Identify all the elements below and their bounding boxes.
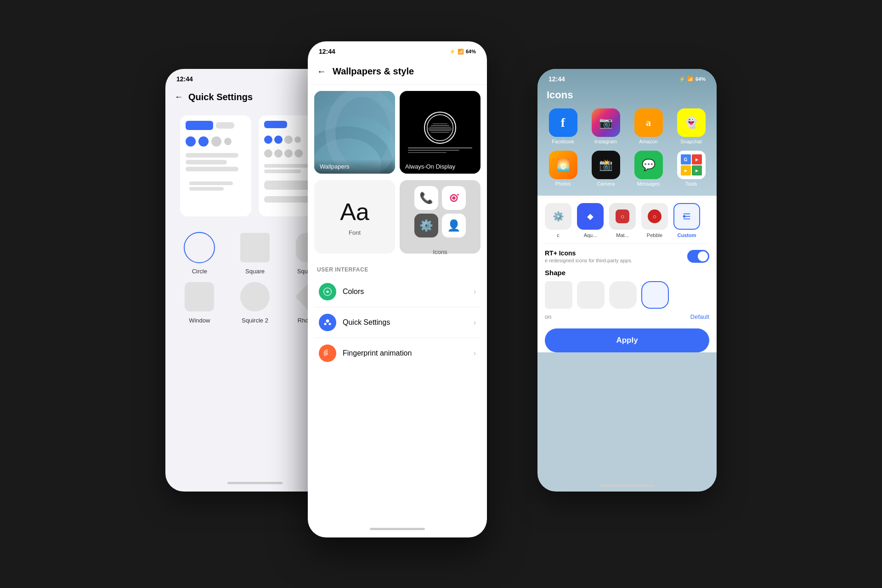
center-bluetooth-icon: ⚡	[449, 49, 456, 55]
app-item-amazon[interactable]: a Amazon	[630, 108, 667, 144]
toggle-knob	[698, 251, 708, 261]
shape-item-square[interactable]: Square	[230, 231, 280, 275]
center-back-arrow[interactable]: ←	[317, 66, 326, 77]
center-page-title: Wallpapers & style	[333, 66, 414, 77]
fingerprint-icon-circle	[319, 345, 336, 362]
apply-button[interactable]: Apply	[545, 328, 709, 352]
quick-settings-icon-circle	[319, 314, 336, 331]
wallpaper-card-aod[interactable]: Always-On Display	[400, 91, 481, 174]
custom-style-btn	[673, 203, 700, 230]
qs-dot-gray	[211, 136, 221, 147]
center-header: ← Wallpapers & style	[308, 59, 487, 85]
square-container	[238, 231, 271, 264]
app-item-messages[interactable]: 💬 Messages	[630, 151, 667, 187]
right-wifi-icon: 📶	[687, 76, 694, 82]
shape-item-window[interactable]: Window	[175, 280, 225, 324]
qs-sub-line1	[189, 181, 233, 185]
icons-label: Icons	[433, 249, 447, 255]
home-indicator	[227, 482, 283, 484]
mini-icon-settings: ⚙️	[414, 214, 438, 237]
shape-buttons-row	[545, 281, 709, 309]
snapchat-label: Snapchat	[680, 139, 701, 144]
ui-item-fingerprint[interactable]: Fingerprint animation ›	[314, 338, 481, 368]
squircle2-label: Squircle 2	[242, 317, 268, 324]
custom-style-label: Custom	[678, 232, 696, 238]
rt-icons-subtitle: e redesigned icons for third-party apps.	[545, 258, 633, 263]
square-label: Square	[245, 268, 265, 275]
app-item-camera[interactable]: 📸 Camera	[588, 151, 624, 187]
colors-label: Colors	[343, 288, 467, 296]
ui-item-colors[interactable]: Colors ›	[314, 277, 481, 307]
app-item-photos[interactable]: 🌅 Photos	[545, 151, 581, 187]
qs-card-1	[180, 115, 251, 216]
app-item-snapchat[interactable]: 👻 Snapchat	[673, 108, 709, 144]
icon-style-custom[interactable]: Custom	[673, 203, 700, 238]
qs-card2-dot8	[294, 149, 303, 158]
wallpaper-card-teal[interactable]: Wallpapers	[314, 91, 395, 174]
snapchat-icon: 👻	[677, 108, 706, 137]
svg-point-18	[329, 323, 331, 325]
shape-btn-selected[interactable]	[641, 281, 669, 309]
shape-btn-circle-small[interactable]	[545, 281, 572, 309]
rt-toggle-switch[interactable]	[687, 250, 709, 263]
default-link[interactable]: Default	[690, 313, 709, 320]
right-home-indicator	[599, 485, 655, 487]
qs-sub-line2	[189, 187, 224, 191]
ui-section: USER INTERFACE Colors ›	[308, 260, 487, 370]
qs-card2-line2	[264, 170, 301, 173]
colors-icon-circle	[319, 283, 336, 300]
shape-item-circle[interactable]: Circle	[175, 231, 225, 275]
icons-screen: 12:44 ⚡ 📶 64% Icons f Facebook	[537, 69, 717, 492]
icon-style-settings[interactable]: ⚙️ c	[545, 203, 571, 238]
instagram-label: Instagram	[594, 139, 617, 144]
photos-icon: 🌅	[549, 151, 577, 179]
rt-toggle-row: RT+ Icons e redesigned icons for third-p…	[545, 243, 709, 265]
facebook-label: Facebook	[552, 139, 574, 144]
shape-item-squircle2[interactable]: Squircle 2	[230, 280, 280, 324]
shape-btn-rounded[interactable]	[577, 281, 605, 309]
right-status-bar: 12:44 ⚡ 📶 64%	[537, 69, 717, 86]
amazon-label: Amazon	[639, 139, 657, 144]
icon-style-pebble[interactable]: ○ Pebble	[641, 203, 668, 238]
left-page-title: Quick Settings	[188, 92, 253, 102]
wallpaper-grid: Wallpapers	[308, 85, 487, 180]
colors-chevron: ›	[474, 288, 476, 296]
icon-style-aqua[interactable]: ◆ Aqu...	[577, 203, 604, 238]
messages-label: Messages	[637, 181, 660, 187]
tools-icon: G ▶ ▶ ▶	[677, 151, 706, 179]
app-item-facebook[interactable]: f Facebook	[545, 108, 581, 144]
window-container	[183, 280, 216, 313]
amazon-icon: a	[634, 108, 663, 137]
shape-section-title: Shape	[545, 269, 709, 277]
aod-lines	[408, 147, 473, 153]
qs-card2-dot6	[274, 149, 283, 158]
camera-icon: 📸	[592, 151, 620, 179]
qs-line3	[186, 167, 238, 171]
square-shape	[240, 233, 270, 262]
back-arrow-icon[interactable]: ←	[175, 92, 183, 102]
circle-container	[183, 231, 216, 264]
instagram-icon: 📷	[592, 108, 620, 137]
qs-dot-blue2	[198, 136, 209, 147]
app-item-instagram[interactable]: 📷 Instagram	[588, 108, 624, 144]
qs-dot-gray2	[224, 138, 232, 145]
quick-settings-chevron: ›	[474, 318, 476, 327]
shape-btn-more-rounded[interactable]	[609, 281, 637, 309]
fingerprint-label: Fingerprint animation	[343, 349, 467, 357]
icon-style-matte[interactable]: ○ Mat...	[609, 203, 636, 238]
qs-dot-blue	[186, 136, 196, 147]
center-battery-icon: 64%	[466, 49, 476, 54]
svg-point-14	[457, 194, 459, 196]
app-item-tools[interactable]: G ▶ ▶ ▶ Tools	[673, 151, 709, 187]
right-time: 12:44	[548, 75, 565, 83]
matte-style-label: Mat...	[616, 232, 629, 238]
ui-item-quick-settings[interactable]: Quick Settings ›	[314, 307, 481, 338]
font-preview-text: Aa	[340, 198, 369, 226]
icons-mini-grid: 📞 ⚙️ 👤	[407, 179, 473, 245]
matte-style-btn: ○	[609, 203, 636, 230]
icons-card[interactable]: 📞 ⚙️ 👤 Icons	[400, 180, 481, 254]
camera-label: Camera	[597, 181, 615, 187]
wallpaper-label: Wallpapers	[314, 159, 395, 174]
photos-label: Photos	[555, 181, 571, 187]
font-card[interactable]: Aa Font	[314, 180, 395, 254]
